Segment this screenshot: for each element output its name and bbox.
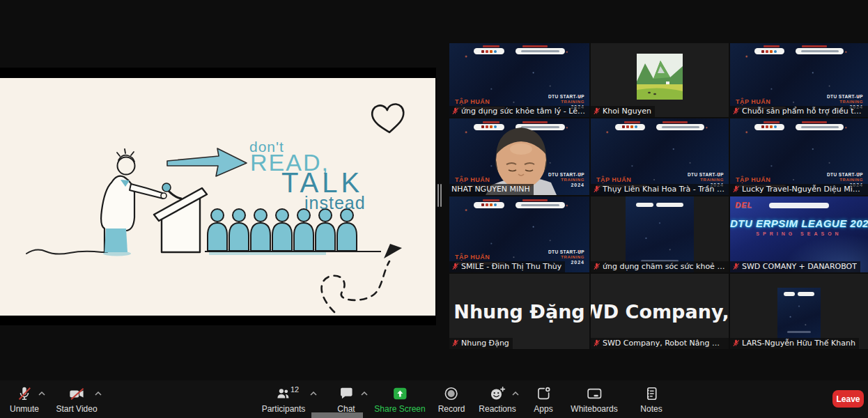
participant-name-tag: Khoi Nguyen (591, 106, 655, 117)
del-logo: DEL (735, 201, 752, 209)
logo-pill (474, 48, 504, 54)
meeting-toolbar: Unmute Start Video (0, 380, 868, 418)
participant-name: Thụy Liên Khai Hoa Trà - Trần Phạm ... (603, 185, 725, 194)
contact-pill (796, 48, 844, 54)
participant-tile[interactable]: SWD Company,... SWD Company, Robot Nâng … (591, 274, 729, 349)
participant-tile[interactable]: ứng dụng chăm sóc sức khoẻ tâm lý- ... (591, 196, 729, 272)
chat-icon (339, 385, 354, 402)
arrow-right-icon (167, 148, 247, 176)
erpsim-top-pill (769, 203, 829, 208)
logo-pill (474, 202, 504, 208)
mic-muted-icon (593, 185, 600, 193)
participant-name: SMILE - Đinh Thị Thu Thùy (461, 262, 561, 271)
mic-muted-icon (732, 107, 740, 115)
tap-huan-title: TẬP HUẤN (736, 176, 770, 183)
mic-muted-icon (451, 339, 459, 347)
speaker-figure (101, 149, 166, 256)
participant-tile[interactable]: TẬP HUẤN DTU START-UP TRAINING 2024 Chuỗ… (730, 43, 868, 117)
dashed-arrow (322, 244, 402, 312)
reactions-button[interactable]: Reactions (479, 385, 516, 414)
slide-illustration (0, 78, 435, 316)
participants-icon: 12 (275, 385, 292, 402)
participant-name: Khoi Nguyen (603, 107, 651, 116)
unmute-button[interactable]: Unmute (10, 385, 39, 414)
start-video-caret[interactable] (95, 392, 102, 396)
participant-name-tag: Lucky Travel-Nguyễn Diệu Minh Trang (730, 184, 868, 195)
participant-tile[interactable]: LARS-Nguyễn Hữu Thế Khanh (730, 274, 868, 349)
participants-label: Participants (262, 404, 306, 414)
presentation-slide: don't READ, TALK instead (0, 78, 435, 316)
erpsim-subtitle: SPRING SEASON (730, 231, 868, 236)
mic-muted-icon (593, 107, 600, 115)
whiteboards-button[interactable]: Whiteboards (571, 385, 617, 414)
participant-display-name: SWD Company,... (591, 301, 729, 323)
mic-muted-icon (451, 107, 459, 115)
whiteboards-label: Whiteboards (571, 404, 617, 414)
participant-tile[interactable]: DEL DTU ERPSIM LEAGUE 2024 SPRING SEASON… (730, 196, 868, 272)
tap-huan-title: TẬP HUẤN (455, 254, 490, 261)
participant-tile[interactable]: TẬP HUẤN DTU START-UP TRAINING 2024 Thụy… (591, 118, 729, 195)
participant-tile[interactable]: TẬP HUẤN DTU START-UP TRAINING 2024 ứng … (449, 43, 589, 117)
contact-pill (516, 202, 564, 208)
reactions-icon (489, 385, 506, 402)
logo-pill (615, 124, 646, 130)
notes-icon (644, 385, 659, 402)
reactions-label: Reactions (479, 404, 516, 414)
participant-name-tag: ứng dụng chăm sóc sức khoẻ tâm lý- ... (591, 261, 729, 272)
record-button[interactable]: Record (438, 385, 465, 414)
participant-name: Lucky Travel-Nguyễn Diệu Minh Trang (742, 185, 865, 194)
share-screen-button[interactable]: Share Screen (374, 385, 425, 414)
tap-huan-title: TẬP HUẤN (596, 176, 631, 183)
participant-name-tag: LARS-Nguyễn Hữu Thế Khanh (730, 338, 859, 349)
start-video-button[interactable]: Start Video (56, 385, 97, 414)
participant-tile[interactable]: TẬP HUẤN DTU START-UP TRAINING 2024 Luck… (730, 118, 868, 195)
apps-icon (536, 385, 551, 402)
unmute-label: Unmute (10, 404, 39, 414)
slide-text-instead: instead (304, 194, 366, 212)
participant-name: Chuỗi sản phẩm hỗ trợ điều trị đái th... (742, 107, 865, 116)
tap-huan-title: TẬP HUẤN (736, 98, 770, 105)
mic-muted-icon (451, 263, 459, 270)
participant-name: SWD Company, Robot Nâng Hàng - ... (603, 339, 725, 348)
portrait-video-small (777, 288, 821, 341)
leave-button[interactable]: Leave (832, 390, 864, 408)
participant-name-tag: ứng dụng sức khỏe tâm lý - Lê Thùy L... (449, 106, 589, 117)
participant-display-name: Nhung Đặng (454, 301, 584, 323)
unmute-caret[interactable] (38, 392, 45, 396)
participant-name: ứng dụng sức khỏe tâm lý - Lê Thùy L... (461, 107, 586, 116)
chat-button[interactable]: Chat (337, 385, 355, 414)
participant-name-tag: NHAT NGUYEN MINH (449, 184, 534, 195)
participant-name-tag: Thụy Liên Khai Hoa Trà - Trần Phạm ... (591, 184, 729, 195)
participant-name-tag: SWD COMANY + DANAROBOT (730, 261, 860, 272)
participant-name: LARS-Nguyễn Hữu Thế Khanh (742, 339, 855, 348)
participant-tile[interactable]: TẬP HUẤN DTU START-UPTRAINING2024 NHAT N… (449, 118, 589, 195)
participants-caret[interactable] (310, 392, 317, 396)
tap-huan-title: TẬP HUẤN (455, 98, 490, 105)
participant-tile[interactable]: Khoi Nguyen (591, 43, 729, 117)
participant-name: SWD COMANY + DANAROBOT (742, 262, 857, 271)
mic-muted-icon (732, 185, 740, 193)
apps-button[interactable]: Apps (534, 385, 552, 414)
share-screen-label: Share Screen (374, 404, 425, 414)
logo-pill (754, 124, 785, 130)
participant-tile[interactable]: TẬP HUẤN DTU START-UP TRAINING 2024 SMIL… (449, 196, 589, 272)
slide-text-talk: TALK (281, 169, 363, 196)
ground-line (26, 250, 107, 254)
participant-name: NHAT NGUYEN MINH (451, 185, 530, 194)
video-off-icon (68, 385, 85, 402)
taskbar-hint-bar (311, 412, 363, 418)
contact-pill (656, 124, 704, 130)
record-label: Record (438, 404, 465, 414)
heart-icon (371, 103, 405, 134)
gallery-resize-handle[interactable] (437, 184, 442, 207)
participants-button[interactable]: 12 Participants (262, 385, 306, 414)
contact-pill (796, 124, 844, 130)
notes-button[interactable]: Notes (640, 385, 662, 414)
notes-label: Notes (640, 404, 662, 414)
whiteboards-icon (586, 385, 603, 402)
chat-caret[interactable] (361, 392, 368, 396)
participants-count: 12 (290, 385, 299, 394)
participant-tile[interactable]: Nhung Đặng Nhung Đặng (449, 274, 589, 349)
participant-name-tag: Chuỗi sản phẩm hỗ trợ điều trị đái th... (730, 106, 868, 117)
reactions-caret[interactable] (512, 392, 519, 396)
